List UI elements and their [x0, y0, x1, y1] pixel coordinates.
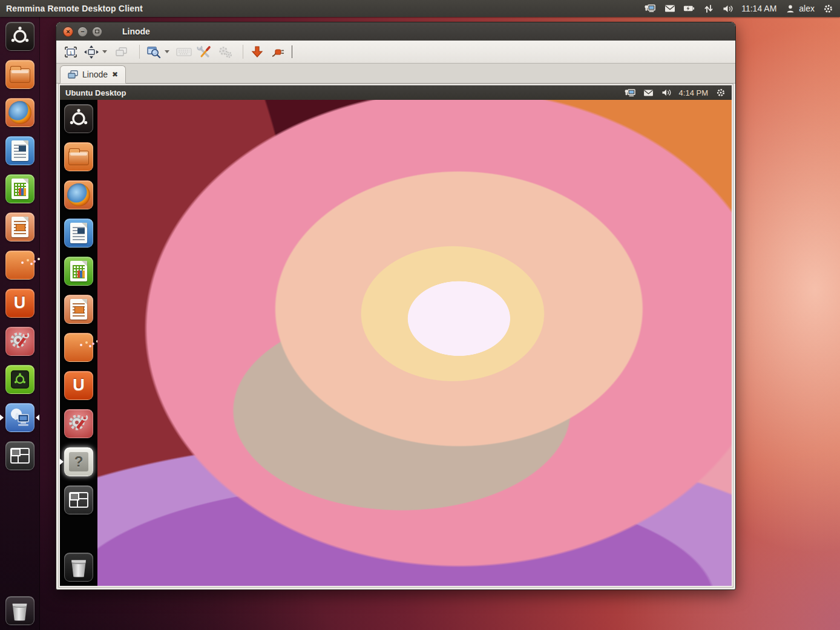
running-indicator-arrow	[0, 415, 4, 421]
remote-launcher-item-ubuntu-software-center[interactable]	[64, 333, 93, 362]
scaled-mode-options-caret[interactable]	[165, 50, 169, 53]
app-title: Remmina Remote Desktop Client	[6, 4, 143, 13]
messaging-menu-icon[interactable]	[664, 4, 675, 14]
host-indicators: 11:14 AM alex	[645, 4, 834, 14]
trash-bucket-icon	[11, 604, 28, 621]
workspace-grid-icon	[69, 492, 88, 508]
sound-menu-icon[interactable]	[722, 4, 733, 14]
calc-document-icon	[70, 261, 87, 281]
launcher-item-libreoffice-writer[interactable]	[5, 136, 34, 165]
calc-document-icon	[11, 179, 28, 199]
remote-clock[interactable]: 4:14 PM	[679, 88, 708, 97]
focused-indicator-arrow	[60, 459, 64, 465]
launcher-item-libreoffice-calc[interactable]	[5, 174, 34, 203]
remote-launcher-item-workspace-switcher[interactable]	[64, 485, 93, 514]
connection-toolbar: 1	[56, 41, 735, 64]
launcher-item-home-folder[interactable]	[5, 60, 34, 89]
user-icon	[784, 4, 796, 14]
launcher-item-dash-home[interactable]	[5, 22, 34, 51]
toolbar-separator	[243, 45, 243, 59]
iconify-button[interactable]	[249, 44, 266, 61]
writer-document-icon	[11, 140, 28, 161]
fullscreen-button[interactable]: 1	[62, 44, 79, 61]
remote-launcher: U ?	[60, 100, 97, 586]
svg-text:1: 1	[70, 50, 73, 55]
launcher-item-trash[interactable]	[5, 596, 34, 625]
grab-keyboard-button[interactable]	[176, 44, 192, 61]
toolbar-edge-separator	[292, 45, 292, 58]
fit-window-options-caret[interactable]	[102, 50, 107, 53]
battery-indicator-icon[interactable]	[683, 4, 695, 14]
remote-launcher-item-system-settings[interactable]	[64, 409, 93, 438]
tab-connection-icon	[68, 70, 78, 79]
workspace-grid-icon	[10, 448, 30, 464]
firefox-icon	[8, 101, 31, 124]
messaging-menu-icon[interactable]	[643, 88, 654, 98]
ubuntu-one-icon: U	[73, 376, 85, 395]
launcher-item-ubuntu-one[interactable]: U	[5, 289, 34, 318]
tab-bar: Linode ✖	[56, 64, 735, 84]
preferences-gears-button[interactable]	[217, 44, 234, 61]
launcher-item-ubuntu-software[interactable]	[5, 365, 34, 394]
remote-viewport: Ubuntu Desktop 4:14 PM	[58, 84, 733, 588]
switch-page-button[interactable]	[113, 44, 130, 61]
tools-button[interactable]	[196, 44, 213, 61]
trash-bucket-icon	[71, 560, 87, 577]
remote-desktop-indicator-icon[interactable]	[645, 4, 656, 14]
tab-linode[interactable]: Linode ✖	[60, 65, 126, 84]
remote-launcher-item-libreoffice-calc[interactable]	[64, 257, 93, 286]
username: alex	[799, 4, 815, 13]
launcher-item-libreoffice-impress[interactable]	[5, 212, 34, 241]
host-launcher: U	[0, 17, 40, 630]
remmina-icon	[8, 406, 32, 429]
remote-launcher-item-ubuntu-one[interactable]: U	[64, 371, 93, 400]
remote-launcher-item-firefox[interactable]	[64, 180, 93, 209]
remote-launcher-item-dash-home[interactable]	[64, 104, 93, 133]
remote-launcher-item-home-folder[interactable]	[64, 142, 93, 171]
window-title: Linode	[122, 27, 150, 36]
fit-window-button[interactable]	[83, 44, 100, 61]
launcher-item-firefox[interactable]	[5, 98, 34, 127]
session-gear-icon[interactable]	[715, 88, 726, 98]
network-traffic-icon[interactable]	[703, 4, 714, 14]
remote-launcher-item-libreoffice-writer[interactable]	[64, 218, 93, 248]
remote-launcher-item-unknown-app[interactable]: ?	[64, 447, 93, 476]
remote-session: Ubuntu Desktop 4:14 PM	[60, 85, 732, 586]
remote-desktop-body: U ?	[60, 100, 732, 586]
disconnect-button[interactable]	[269, 44, 286, 61]
remote-desktop-indicator-icon[interactable]	[625, 88, 636, 98]
folder-icon	[10, 68, 30, 83]
toolbar-separator	[139, 45, 140, 59]
host-desktop: Remmina Remote Desktop Client 11:14 AM	[0, 0, 840, 630]
remote-launcher-item-trash[interactable]	[64, 553, 93, 582]
close-button[interactable]: ×	[63, 27, 73, 37]
unknown-app-icon: ?	[69, 452, 88, 471]
focused-indicator-arrow	[36, 415, 39, 421]
launcher-item-remmina[interactable]	[5, 403, 34, 432]
host-top-panel: Remmina Remote Desktop Client 11:14 AM	[0, 0, 840, 17]
writer-document-icon	[70, 223, 87, 243]
launcher-item-ubuntu-software-center[interactable]	[5, 251, 34, 280]
remote-top-panel: Ubuntu Desktop 4:14 PM	[60, 85, 732, 100]
user-menu[interactable]: alex	[784, 4, 815, 14]
remmina-window: × − Linode 1	[56, 22, 736, 590]
ubuntu-logo-icon	[11, 370, 29, 389]
remote-wallpaper	[97, 100, 732, 586]
remote-indicators: 4:14 PM	[625, 88, 726, 98]
remote-panel-title: Ubuntu Desktop	[65, 88, 126, 97]
scaled-mode-button[interactable]	[145, 44, 162, 61]
launcher-item-workspace-switcher[interactable]	[5, 441, 34, 470]
folder-icon	[68, 151, 89, 165]
maximize-button[interactable]	[92, 27, 102, 37]
impress-document-icon	[70, 299, 87, 320]
tab-close-icon[interactable]: ✖	[112, 71, 118, 78]
window-titlebar[interactable]: × − Linode	[56, 22, 735, 41]
session-gear-icon[interactable]	[822, 4, 834, 14]
impress-document-icon	[11, 217, 28, 237]
sound-menu-icon[interactable]	[661, 88, 672, 98]
tab-label: Linode	[82, 70, 108, 79]
launcher-item-system-settings[interactable]	[5, 327, 34, 356]
minimize-button[interactable]: −	[77, 27, 88, 37]
host-clock[interactable]: 11:14 AM	[741, 4, 776, 13]
remote-launcher-item-libreoffice-impress[interactable]	[64, 295, 93, 324]
